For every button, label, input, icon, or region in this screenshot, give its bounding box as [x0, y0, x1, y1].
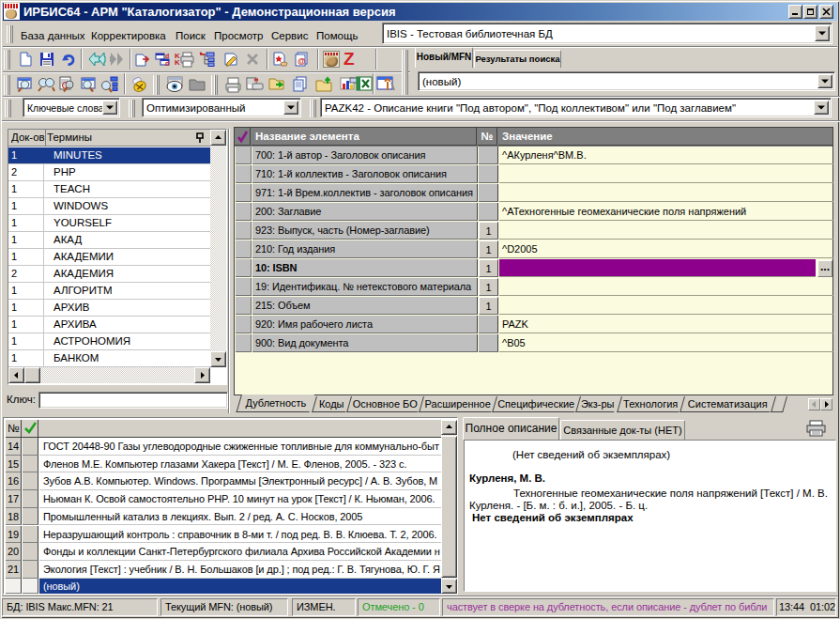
svg-text:d: d [165, 53, 169, 59]
svg-text:d: d [165, 60, 169, 67]
svg-text:K: K [175, 58, 180, 67]
svg-text:@: @ [298, 56, 306, 66]
